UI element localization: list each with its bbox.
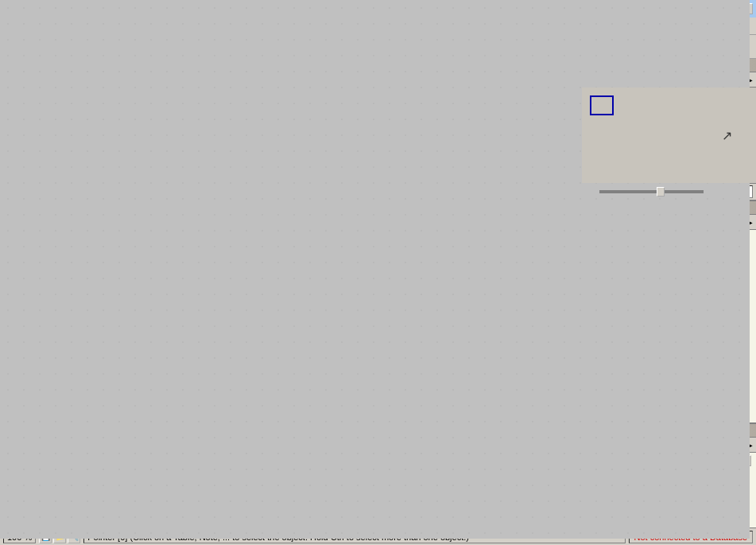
cursor-indicator: ↗ (722, 128, 732, 143)
zoom-slider[interactable] (599, 190, 704, 193)
zoom-thumb[interactable] (657, 187, 665, 197)
navigator-canvas[interactable]: ↗ (582, 88, 756, 183)
main-layout: ↖ ✛ ⊞ ✏ # ✋ 🔍 ⎯ ⊢⊣ ⊢→ ⊣→ ↔ 📝 🖼 Sync Cre.… (0, 59, 756, 527)
navigator-viewport (590, 95, 614, 115)
canvas-area: ▲ ▼ ◄ ► (33, 59, 576, 527)
design-canvas[interactable] (33, 59, 576, 516)
